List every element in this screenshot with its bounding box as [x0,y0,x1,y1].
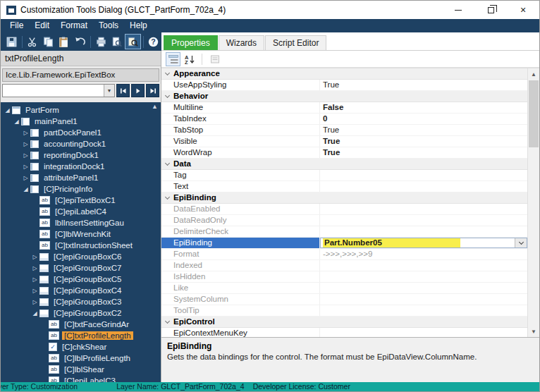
property-value[interactable]: False [320,102,527,113]
tree-item[interactable]: ab[C]lblShear [1,364,161,375]
tree-item[interactable]: ▷[C]epiGroupBoxC4 [1,285,161,296]
tree-item[interactable]: ab[C]epiLabelC3 [1,375,161,382]
cut-icon[interactable] [25,34,41,49]
tab-properties[interactable]: Properties [164,35,218,50]
tree-item[interactable]: ✓[C]chkShear [1,341,161,353]
property-row[interactable]: DelimiterCheck [161,226,527,238]
category-row[interactable]: Behavior [161,91,527,102]
collapsed-arrow-icon[interactable]: ▷ [22,141,30,147]
scroll-down-button[interactable] [528,326,539,337]
property-value[interactable]: ->>>,>>>,>>9 [320,249,527,259]
collapsed-arrow-icon[interactable]: ▷ [22,152,30,159]
tree-item[interactable]: ab[C]lblProfileLength [1,353,161,364]
property-grid-scrollbar[interactable] [527,68,539,337]
category-row[interactable]: Appearance [161,68,527,80]
maximize-button[interactable] [474,1,507,19]
menu-item-tools[interactable]: Tools [93,19,124,32]
help-icon[interactable]: ? [145,34,161,49]
property-value[interactable] [320,226,527,237]
save-icon[interactable] [4,34,20,49]
minimize-button[interactable] [442,1,474,19]
collapse-chevron-icon[interactable] [161,192,173,203]
collapse-chevron-icon[interactable] [161,91,173,102]
scrollbar-thumb[interactable] [529,80,539,147]
property-value[interactable] [320,271,527,282]
next-record-button[interactable] [131,84,145,97]
tree-item[interactable]: ◢[C]epiGroupBoxC2 [1,307,161,319]
property-value[interactable] [320,260,527,271]
field-help-toggle-icon[interactable] [125,34,141,49]
collapsed-arrow-icon[interactable]: ▷ [31,288,39,294]
property-value[interactable] [320,328,527,337]
copy-icon[interactable] [40,34,56,49]
print-icon[interactable] [93,34,109,49]
property-row[interactable]: SystemColumn [161,294,527,305]
property-row[interactable]: Format->>>,>>>,>>9 [161,249,527,260]
property-value[interactable] [320,215,527,226]
tree-item[interactable]: ▷[C]epiGroupBoxC7 [1,262,161,274]
tab-script-editor[interactable]: Script Editor [265,35,326,50]
tree-item[interactable]: ab[C]lblWrenchKit [1,228,161,240]
tree-item[interactable]: ▷[C]epiGroupBoxC3 [1,296,161,307]
property-value[interactable] [320,181,527,192]
menu-item-help[interactable]: Help [124,19,153,32]
expanded-arrow-icon[interactable]: ◢ [22,186,30,192]
property-row[interactable]: Tag [161,170,527,181]
property-row[interactable]: Like [161,283,527,294]
property-value[interactable]: True [320,125,527,135]
categorized-button[interactable] [166,52,180,66]
property-row[interactable]: EpiContextMenuKey [161,328,527,337]
tree-item[interactable]: ◢PartForm [1,104,161,116]
tree-item[interactable]: ▷partDockPanel1 [1,127,161,138]
close-button[interactable] [507,1,539,19]
collapse-chevron-icon[interactable] [161,159,173,169]
expanded-arrow-icon[interactable]: ◢ [13,118,20,125]
property-row[interactable]: UseAppStylingTrue [161,80,527,91]
tree-item[interactable]: ◢[C]PricingInfo [1,183,161,195]
paste-icon[interactable] [56,34,73,49]
tree-item[interactable]: ab[C]txtFaceGrindAr [1,319,161,330]
tree-item[interactable]: ▷integrationDock1 [1,161,161,172]
category-row[interactable]: Data [161,159,527,170]
first-record-button[interactable] [116,84,130,97]
property-row[interactable]: MultilineFalse [161,102,527,114]
tree-item[interactable]: ▷reportingDock1 [1,149,161,161]
property-row[interactable]: TabStopTrue [161,125,527,136]
property-value[interactable] [320,294,527,305]
collapsed-arrow-icon[interactable]: ▷ [31,254,39,260]
collapse-chevron-icon[interactable] [161,68,173,79]
property-value[interactable]: True [320,136,527,147]
tree-item[interactable]: ab[C]txtInstructionSheet [1,240,161,251]
property-row[interactable]: VisibleTrue [161,136,527,147]
property-row[interactable]: Indexed [161,260,527,271]
collapsed-arrow-icon[interactable]: ▷ [31,299,39,305]
menu-item-edit[interactable]: Edit [29,19,55,32]
property-value[interactable]: 0 [320,114,527,124]
tree-item[interactable]: ▷[C]epiGroupBoxC6 [1,251,161,262]
property-row[interactable]: WordWrapTrue [161,147,527,159]
property-pages-button[interactable] [207,52,222,66]
control-selector-combo[interactable] [2,84,115,97]
property-value[interactable] [320,204,527,214]
tree-item[interactable]: ▷[C]epiGroupBoxC5 [1,274,161,285]
property-row[interactable]: DataEnabled [161,204,527,215]
property-row[interactable]: Text [161,181,527,192]
value-dropdown-button[interactable] [515,238,527,247]
expanded-arrow-icon[interactable]: ◢ [4,107,11,114]
collapse-chevron-icon[interactable] [161,317,173,327]
tree-item[interactable]: ab[C]txtProfileLength [1,330,161,341]
collapsed-arrow-icon[interactable]: ▷ [22,175,30,181]
last-record-button[interactable] [146,84,159,97]
property-value[interactable] [320,283,527,293]
tab-wizards[interactable]: Wizards [219,35,264,50]
category-row[interactable]: EpiBinding [161,192,527,204]
property-row[interactable]: TabIndex0 [161,114,527,125]
tree-item[interactable]: ▷attributePanel1 [1,172,161,183]
collapsed-arrow-icon[interactable]: ▷ [22,164,30,170]
property-row[interactable]: ToolTip [161,305,527,317]
tree-item[interactable]: ▷accountingDock1 [1,138,161,149]
property-value[interactable]: True [320,147,527,158]
property-value[interactable]: True [320,80,527,90]
property-row[interactable]: EpiBindingPart.Number05 [161,238,527,249]
menu-item-file[interactable]: File [4,19,29,32]
